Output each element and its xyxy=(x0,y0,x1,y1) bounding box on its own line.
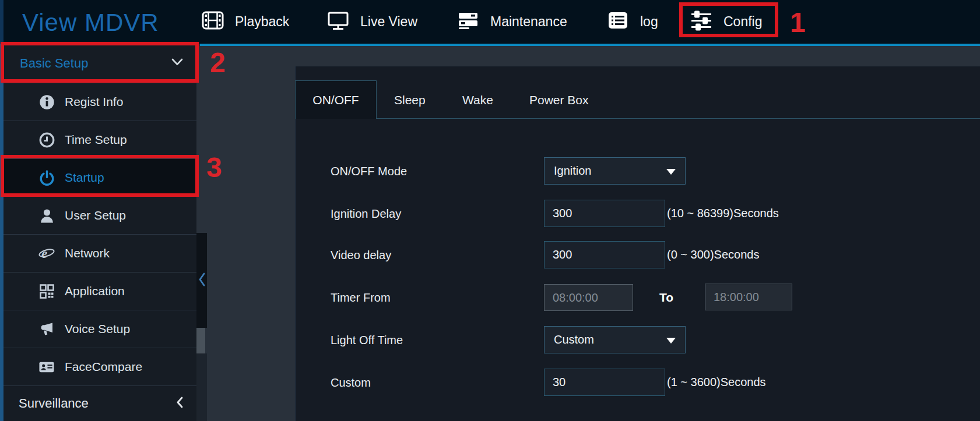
sidebar-item-label: Time Setup xyxy=(65,133,127,147)
sliders-icon xyxy=(690,9,713,36)
nav-label-maintenance: Maintenance xyxy=(490,14,567,30)
video-delay-label: Video delay xyxy=(331,249,391,262)
nav-label-log: log xyxy=(640,14,658,30)
nav-label-playback: Playback xyxy=(235,14,289,30)
qr-code-icon xyxy=(38,284,55,299)
info-icon xyxy=(38,94,55,110)
nav-item-config[interactable]: Config xyxy=(690,0,762,44)
clock-icon xyxy=(38,132,55,148)
custom-hint: (1 ~ 3600)Seconds xyxy=(667,376,766,389)
timer-from-input[interactable] xyxy=(544,284,633,311)
topbar-accent-divider xyxy=(200,44,980,46)
dropdown-caret-icon xyxy=(666,338,676,344)
sidebar: Basic Setup Regist Info xyxy=(3,44,196,421)
nav-label-live-view: Live View xyxy=(360,14,417,30)
onoff-mode-select[interactable]: Ignition xyxy=(544,157,686,185)
sidebar-item-network[interactable]: e Network xyxy=(3,235,196,273)
tab-wake[interactable]: Wake xyxy=(462,93,493,107)
annotation-number-2: 2 xyxy=(210,49,226,77)
sidebar-item-startup[interactable]: Startup xyxy=(3,159,196,197)
custom-label: Custom xyxy=(331,376,371,390)
megaphone-icon xyxy=(38,321,55,337)
sidebar-item-label: Startup xyxy=(65,171,104,185)
onoff-mode-value: Ignition xyxy=(554,164,592,178)
tab-bar-divider xyxy=(377,118,980,119)
light-off-time-select[interactable]: Custom xyxy=(544,326,686,353)
onoff-mode-label: ON/OFF Mode xyxy=(331,165,407,178)
nav-item-maintenance[interactable]: Maintenance xyxy=(456,0,567,44)
ignition-delay-hint: (10 ~ 86399)Seconds xyxy=(667,207,779,220)
ignition-delay-label: Ignition Delay xyxy=(331,207,401,221)
content-panel: ON/OFF Sleep Wake Power Box ON/OFF Mode … xyxy=(295,66,980,421)
tab-power-box[interactable]: Power Box xyxy=(529,93,589,107)
light-off-time-value: Custom xyxy=(554,333,594,346)
sidebar-item-regist-info[interactable]: Regist Info xyxy=(3,83,196,121)
sidebar-item-label: Network xyxy=(65,246,110,260)
sidebar-item-label: Voice Setup xyxy=(65,322,130,336)
video-delay-input[interactable] xyxy=(544,241,665,268)
monitor-icon xyxy=(326,9,350,36)
ignition-delay-input[interactable] xyxy=(544,200,665,227)
basic-setup-label: Basic Setup xyxy=(20,56,88,71)
sidebar-section-basic-setup[interactable]: Basic Setup xyxy=(3,44,196,83)
light-off-time-label: Light Off Time xyxy=(331,334,403,347)
left-edge-strip-top xyxy=(0,0,3,44)
sidebar-section-surveillance[interactable]: Surveillance xyxy=(3,386,196,421)
dropdown-caret-icon xyxy=(666,169,676,175)
annotation-number-3: 3 xyxy=(206,154,222,182)
browser-e-icon: e xyxy=(38,246,55,261)
chevron-left-icon xyxy=(175,396,184,411)
collapse-chevron-left-icon xyxy=(198,272,206,289)
sidebar-item-application[interactable]: Application xyxy=(3,273,196,310)
chevron-down-icon xyxy=(171,58,184,69)
list-icon xyxy=(606,9,630,36)
server-icon xyxy=(456,9,480,36)
timer-to-input[interactable] xyxy=(705,284,792,310)
nav-label-config: Config xyxy=(723,14,762,30)
custom-input[interactable] xyxy=(544,369,665,396)
surveillance-label: Surveillance xyxy=(19,396,89,411)
sidebar-collapse-handle[interactable] xyxy=(196,233,207,328)
user-icon xyxy=(38,208,55,224)
mdvr-config-page: View MDVR Playback xyxy=(0,0,980,421)
sidebar-item-voice-setup[interactable]: Voice Setup xyxy=(3,310,196,348)
sidebar-item-label: FaceCompare xyxy=(65,360,142,374)
video-delay-hint: (0 ~ 300)Seconds xyxy=(667,248,759,261)
sidebar-item-label: Application xyxy=(65,284,125,298)
sidebar-scrollbar-thumb[interactable] xyxy=(196,328,205,353)
tab-sleep[interactable]: Sleep xyxy=(394,93,426,107)
app-logo: View MDVR xyxy=(22,9,159,37)
film-icon xyxy=(201,9,224,36)
nav-item-log[interactable]: log xyxy=(606,0,658,44)
annotation-number-1: 1 xyxy=(790,9,806,37)
sidebar-item-label: Regist Info xyxy=(65,95,123,109)
sidebar-scrollbar-track[interactable] xyxy=(196,353,207,421)
tab-on-off[interactable]: ON/OFF xyxy=(295,80,377,119)
sidebar-item-user-setup[interactable]: User Setup xyxy=(3,197,196,235)
sidebar-item-label: User Setup xyxy=(65,208,126,222)
timer-from-label: Timer From xyxy=(331,291,391,305)
timer-to-label: To xyxy=(659,291,673,305)
power-icon xyxy=(38,170,55,186)
nav-item-live-view[interactable]: Live View xyxy=(326,0,417,44)
sidebar-item-facecompare[interactable]: FaceCompare xyxy=(3,348,196,386)
svg-text:e: e xyxy=(41,246,47,261)
sidebar-item-time-setup[interactable]: Time Setup xyxy=(3,121,196,159)
tab-label: ON/OFF xyxy=(312,93,359,107)
id-card-icon xyxy=(38,359,55,375)
nav-item-playback[interactable]: Playback xyxy=(201,0,289,44)
